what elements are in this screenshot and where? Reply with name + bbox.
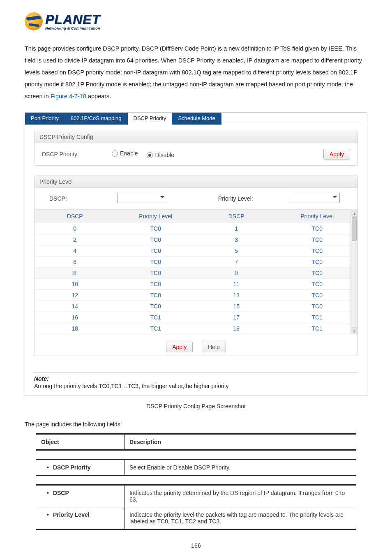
- table-cell: 14: [35, 303, 115, 310]
- priority-table-body: 0TC01TC02TC03TC04TC05TC06TC07TC08TC09TC0…: [35, 223, 357, 334]
- tab-dscp-priority[interactable]: DSCP Priority: [128, 113, 173, 125]
- table-cell: TC0: [277, 236, 358, 243]
- help-button[interactable]: Help: [202, 342, 226, 352]
- radio-icon: [112, 150, 118, 157]
- th-pl-left: Priority Level: [115, 213, 196, 220]
- tabbar-filler: [221, 113, 367, 124]
- table-row: 18TC119TC1: [35, 323, 357, 334]
- radio-enable[interactable]: Enable: [112, 150, 138, 157]
- chevron-down-icon: [160, 196, 164, 200]
- table-cell: TC0: [115, 303, 196, 310]
- bullet-icon: [41, 511, 53, 518]
- priority-level-title: Priority Level: [34, 176, 358, 188]
- radio-disable-label: Disable: [155, 152, 174, 158]
- table-cell: TC0: [277, 225, 358, 232]
- logo-tagline: Networking & Communication: [45, 27, 100, 30]
- table-cell: 7: [196, 259, 277, 265]
- table-cell: TC1: [277, 314, 358, 321]
- fields-obj-cell: Priority Level: [36, 507, 125, 530]
- tab-8021p-cos-mapping[interactable]: 802.1P/CoS mapping: [65, 113, 128, 125]
- fields-row-dscp-priority: DSCP Priority Select Enable or Disable D…: [36, 460, 356, 476]
- table-cell: TC1: [115, 325, 196, 332]
- table-row: 16TC117TC1: [35, 312, 357, 323]
- page-number: 166: [25, 542, 367, 549]
- table-cell: TC1: [115, 314, 196, 321]
- table-row: 12TC013TC0: [35, 290, 357, 301]
- table-cell: TC0: [277, 303, 358, 310]
- figure-reference-link[interactable]: Figure 4-7-10: [51, 93, 86, 99]
- bullet-icon: [41, 464, 53, 471]
- fields-desc-cell: Indicates the priority determined by the…: [125, 485, 356, 507]
- vertical-scrollbar[interactable]: ▴ ▾: [350, 210, 357, 334]
- scroll-up-icon[interactable]: ▴: [351, 210, 357, 217]
- table-row: 6TC07TC0: [35, 257, 357, 268]
- priority-table-header: DSCP Priority Level DSCP Priority Level: [35, 210, 357, 223]
- table-cell: 10: [35, 281, 115, 287]
- table-cell: 3: [196, 236, 277, 243]
- apply-button-config[interactable]: Apply: [323, 149, 350, 160]
- table-row: 10TC011TC0: [35, 279, 357, 290]
- note-text: Among the priority levels TC0,TC1…TC3, t…: [34, 383, 358, 389]
- divider: [34, 372, 358, 373]
- th-dscp-right: DSCP: [196, 213, 277, 220]
- config-panel-screenshot: Port Priority 802.1P/CoS mapping DSCP Pr…: [25, 112, 367, 395]
- table-cell: 6: [35, 259, 115, 265]
- table-row: 14TC015TC0: [35, 301, 357, 312]
- table-cell: TC0: [115, 236, 196, 243]
- tab-schedule-mode[interactable]: Schedule Mode: [172, 113, 221, 125]
- table-cell: TC0: [277, 247, 358, 254]
- table-cell: 2: [35, 236, 115, 243]
- brand-logo: PLANET Networking & Communication: [25, 8, 367, 43]
- fields-th-description: Description: [125, 434, 356, 450]
- note-title: Note:: [34, 375, 358, 382]
- table-cell: 18: [35, 325, 115, 332]
- dscp-priority-config-title: DSCP Priority Config: [34, 131, 358, 143]
- chevron-down-icon: [333, 196, 337, 200]
- dscp-select[interactable]: [117, 193, 167, 203]
- dscp-priority-label: DSCP Priority:: [42, 151, 79, 157]
- table-cell: TC0: [277, 270, 358, 276]
- table-cell: 15: [196, 303, 277, 310]
- table-cell: 13: [196, 292, 277, 298]
- table-cell: 17: [196, 314, 277, 321]
- table-cell: 8: [35, 270, 115, 276]
- intro-text-main: This page provides configure DSCP priori…: [25, 45, 362, 99]
- table-cell: 16: [35, 314, 115, 321]
- fields-config-table: DSCP Priority Select Enable or Disable D…: [36, 459, 356, 476]
- fields-th-object: Object: [36, 434, 125, 450]
- fields-intro: The page includes the following fields:: [25, 421, 367, 428]
- bullet-icon: [41, 490, 53, 496]
- intro-text-tail: appears.: [88, 93, 111, 99]
- table-cell: TC0: [115, 225, 196, 232]
- table-cell: 12: [35, 292, 115, 298]
- fields-obj-cell: DSCP Priority: [36, 460, 125, 476]
- table-row: 0TC01TC0: [35, 223, 357, 234]
- scroll-down-icon[interactable]: ▾: [351, 327, 357, 334]
- figure-caption: DSCP Priority Config Page Screenshot: [25, 403, 367, 409]
- intro-paragraph: This page provides configure DSCP priori…: [25, 43, 367, 102]
- apply-button-table[interactable]: Apply: [166, 342, 193, 352]
- fields-obj-cell: DSCP: [36, 485, 125, 507]
- scroll-thumb[interactable]: [352, 217, 357, 241]
- fields-priority-table: DSCP Indicates the priority determined b…: [36, 484, 356, 530]
- table-cell: TC0: [277, 292, 358, 298]
- priority-level-select-label: Priority Level:: [196, 195, 275, 202]
- tab-port-priority[interactable]: Port Priority: [25, 113, 65, 125]
- table-cell: TC0: [277, 259, 358, 265]
- table-cell: TC0: [277, 281, 358, 287]
- fields-desc-cell: Indicates the priority level the packets…: [125, 507, 356, 530]
- table-row: 4TC05TC0: [35, 245, 357, 257]
- radio-enable-label: Enable: [120, 150, 138, 157]
- table-cell: 11: [196, 281, 277, 287]
- table-cell: 0: [35, 225, 115, 232]
- radio-disable[interactable]: Disable: [147, 152, 174, 158]
- table-cell: TC0: [115, 247, 196, 254]
- priority-level-select[interactable]: [290, 193, 340, 203]
- tab-bar: Port Priority 802.1P/CoS mapping DSCP Pr…: [25, 113, 367, 124]
- table-cell: 9: [196, 270, 277, 276]
- table-cell: 5: [196, 247, 277, 254]
- fields-row-dscp: DSCP Indicates the priority determined b…: [36, 485, 356, 507]
- fields-desc-cell: Select Enable or Disable DSCP Priority.: [125, 460, 356, 476]
- dscp-select-label: DSCP:: [38, 195, 117, 202]
- table-cell: TC0: [115, 281, 196, 287]
